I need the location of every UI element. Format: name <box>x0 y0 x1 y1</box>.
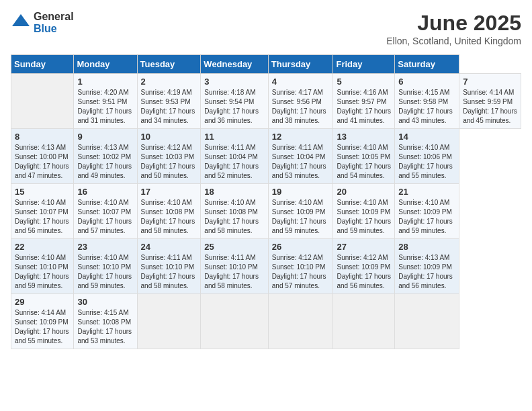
week-row-1: 1Sunrise: 4:20 AMSunset: 9:51 PMDaylight… <box>11 74 521 129</box>
calendar-table: SundayMondayTuesdayWednesdayThursdayFrid… <box>11 54 521 349</box>
day-info: Sunrise: 4:10 AMSunset: 10:08 PMDaylight… <box>141 198 197 236</box>
day-number: 30 <box>77 297 133 307</box>
calendar-cell: 6Sunrise: 4:15 AMSunset: 9:58 PMDaylight… <box>395 74 459 129</box>
day-number: 22 <box>15 242 70 252</box>
logo-general: General <box>34 11 74 23</box>
day-number: 11 <box>204 132 264 142</box>
day-info: Sunrise: 4:15 AMSunset: 9:58 PMDaylight:… <box>398 88 455 126</box>
header-saturday: Saturday <box>395 55 459 74</box>
calendar-cell: 21Sunrise: 4:10 AMSunset: 10:09 PMDaylig… <box>395 184 459 239</box>
day-info: Sunrise: 4:11 AMSunset: 10:10 PMDaylight… <box>204 253 264 291</box>
day-info: Sunrise: 4:12 AMSunset: 10:03 PMDaylight… <box>141 143 197 181</box>
header-friday: Friday <box>333 55 395 74</box>
day-info: Sunrise: 4:10 AMSunset: 10:10 PMDaylight… <box>15 253 70 291</box>
calendar-header-row: SundayMondayTuesdayWednesdayThursdayFrid… <box>11 55 521 74</box>
day-info: Sunrise: 4:14 AMSunset: 10:09 PMDaylight… <box>15 308 70 346</box>
calendar-cell: 27Sunrise: 4:12 AMSunset: 10:09 PMDaylig… <box>333 239 395 294</box>
day-number: 28 <box>398 242 455 252</box>
day-info: Sunrise: 4:10 AMSunset: 10:07 PMDaylight… <box>15 198 70 236</box>
calendar-cell: 22Sunrise: 4:10 AMSunset: 10:10 PMDaylig… <box>11 239 74 294</box>
day-number: 2 <box>141 77 197 87</box>
calendar-cell: 2Sunrise: 4:19 AMSunset: 9:53 PMDaylight… <box>137 74 201 129</box>
day-number: 14 <box>398 132 455 142</box>
week-row-4: 22Sunrise: 4:10 AMSunset: 10:10 PMDaylig… <box>11 239 521 294</box>
page-header: General Blue June 2025 Ellon, Scotland, … <box>11 11 521 46</box>
calendar-cell: 1Sunrise: 4:20 AMSunset: 9:51 PMDaylight… <box>74 74 137 129</box>
header-thursday: Thursday <box>268 55 333 74</box>
week-row-3: 15Sunrise: 4:10 AMSunset: 10:07 PMDaylig… <box>11 184 521 239</box>
calendar-cell: 20Sunrise: 4:10 AMSunset: 10:09 PMDaylig… <box>333 184 395 239</box>
calendar-cell: 10Sunrise: 4:12 AMSunset: 10:03 PMDaylig… <box>137 129 201 184</box>
calendar-cell: 23Sunrise: 4:10 AMSunset: 10:10 PMDaylig… <box>74 239 137 294</box>
day-info: Sunrise: 4:12 AMSunset: 10:09 PMDaylight… <box>337 253 391 291</box>
day-info: Sunrise: 4:10 AMSunset: 10:05 PMDaylight… <box>337 143 391 181</box>
calendar-cell: 11Sunrise: 4:11 AMSunset: 10:04 PMDaylig… <box>201 129 268 184</box>
header-tuesday: Tuesday <box>137 55 201 74</box>
title-block: June 2025 Ellon, Scotland, United Kingdo… <box>386 11 521 46</box>
calendar-cell: 12Sunrise: 4:11 AMSunset: 10:04 PMDaylig… <box>268 129 333 184</box>
day-number: 8 <box>15 132 70 142</box>
day-info: Sunrise: 4:13 AMSunset: 10:00 PMDaylight… <box>15 143 70 181</box>
calendar-cell: 30Sunrise: 4:15 AMSunset: 10:08 PMDaylig… <box>74 294 137 349</box>
calendar-cell: 18Sunrise: 4:10 AMSunset: 10:08 PMDaylig… <box>201 184 268 239</box>
day-number: 13 <box>337 132 391 142</box>
calendar-cell: 5Sunrise: 4:16 AMSunset: 9:57 PMDaylight… <box>333 74 395 129</box>
day-info: Sunrise: 4:13 AMSunset: 10:02 PMDaylight… <box>77 143 133 181</box>
day-number: 19 <box>272 187 330 197</box>
svg-marker-0 <box>12 14 30 26</box>
day-number: 5 <box>337 77 391 87</box>
header-sunday: Sunday <box>11 55 74 74</box>
calendar-cell: 26Sunrise: 4:12 AMSunset: 10:10 PMDaylig… <box>268 239 333 294</box>
calendar-cell: 3Sunrise: 4:18 AMSunset: 9:54 PMDaylight… <box>201 74 268 129</box>
day-info: Sunrise: 4:10 AMSunset: 10:09 PMDaylight… <box>272 198 330 236</box>
calendar-cell <box>333 294 395 349</box>
calendar-cell: 25Sunrise: 4:11 AMSunset: 10:10 PMDaylig… <box>201 239 268 294</box>
day-info: Sunrise: 4:10 AMSunset: 10:06 PMDaylight… <box>398 143 455 181</box>
calendar-cell <box>11 74 74 129</box>
day-info: Sunrise: 4:11 AMSunset: 10:04 PMDaylight… <box>272 143 330 181</box>
logo-blue: Blue <box>34 23 74 35</box>
day-info: Sunrise: 4:13 AMSunset: 10:09 PMDaylight… <box>398 253 455 291</box>
day-info: Sunrise: 4:14 AMSunset: 9:59 PMDaylight:… <box>463 88 517 126</box>
calendar-cell: 9Sunrise: 4:13 AMSunset: 10:02 PMDayligh… <box>74 129 137 184</box>
day-number: 21 <box>398 187 455 197</box>
day-number: 17 <box>141 187 197 197</box>
day-number: 4 <box>272 77 330 87</box>
day-info: Sunrise: 4:10 AMSunset: 10:09 PMDaylight… <box>337 198 391 236</box>
day-info: Sunrise: 4:20 AMSunset: 9:51 PMDaylight:… <box>77 88 133 126</box>
calendar-cell: 4Sunrise: 4:17 AMSunset: 9:56 PMDaylight… <box>268 74 333 129</box>
header-wednesday: Wednesday <box>201 55 268 74</box>
calendar-cell: 15Sunrise: 4:10 AMSunset: 10:07 PMDaylig… <box>11 184 74 239</box>
calendar-cell: 13Sunrise: 4:10 AMSunset: 10:05 PMDaylig… <box>333 129 395 184</box>
calendar-cell <box>137 294 201 349</box>
day-number: 7 <box>463 77 517 87</box>
day-info: Sunrise: 4:10 AMSunset: 10:07 PMDaylight… <box>77 198 133 236</box>
location: Ellon, Scotland, United Kingdom <box>386 36 521 46</box>
day-info: Sunrise: 4:10 AMSunset: 10:08 PMDaylight… <box>204 198 264 236</box>
day-number: 1 <box>77 77 133 87</box>
day-info: Sunrise: 4:19 AMSunset: 9:53 PMDaylight:… <box>141 88 197 126</box>
day-info: Sunrise: 4:11 AMSunset: 10:04 PMDaylight… <box>204 143 264 181</box>
week-row-5: 29Sunrise: 4:14 AMSunset: 10:09 PMDaylig… <box>11 294 521 349</box>
logo-text: General Blue <box>34 11 74 34</box>
day-number: 20 <box>337 187 391 197</box>
day-info: Sunrise: 4:16 AMSunset: 9:57 PMDaylight:… <box>337 88 391 126</box>
logo-icon <box>11 13 31 33</box>
calendar-cell <box>268 294 333 349</box>
calendar-cell: 8Sunrise: 4:13 AMSunset: 10:00 PMDayligh… <box>11 129 74 184</box>
calendar-cell: 24Sunrise: 4:11 AMSunset: 10:10 PMDaylig… <box>137 239 201 294</box>
calendar-cell: 14Sunrise: 4:10 AMSunset: 10:06 PMDaylig… <box>395 129 459 184</box>
calendar-cell <box>201 294 268 349</box>
day-number: 29 <box>15 297 70 307</box>
calendar-cell <box>395 294 459 349</box>
calendar-cell: 28Sunrise: 4:13 AMSunset: 10:09 PMDaylig… <box>395 239 459 294</box>
calendar-cell: 29Sunrise: 4:14 AMSunset: 10:09 PMDaylig… <box>11 294 74 349</box>
day-info: Sunrise: 4:15 AMSunset: 10:08 PMDaylight… <box>77 308 133 346</box>
day-number: 16 <box>77 187 133 197</box>
day-number: 18 <box>204 187 264 197</box>
logo: General Blue <box>11 11 74 34</box>
week-row-2: 8Sunrise: 4:13 AMSunset: 10:00 PMDayligh… <box>11 129 521 184</box>
day-number: 6 <box>398 77 455 87</box>
calendar-cell: 16Sunrise: 4:10 AMSunset: 10:07 PMDaylig… <box>74 184 137 239</box>
day-number: 12 <box>272 132 330 142</box>
